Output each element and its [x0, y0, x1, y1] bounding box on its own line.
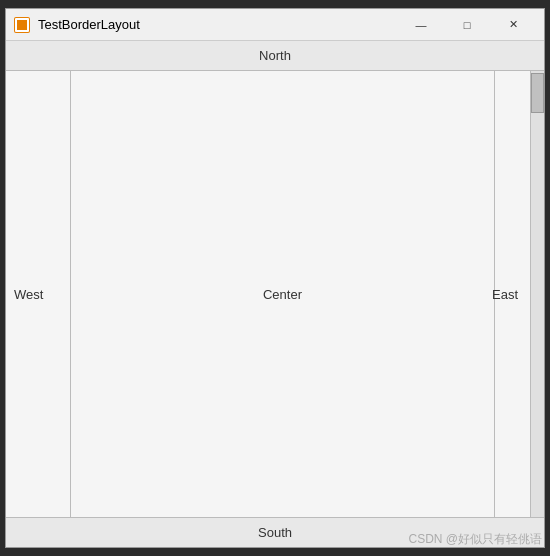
south-label: South — [258, 525, 292, 540]
west-panel: West — [6, 71, 71, 517]
title-buttons: — □ ✕ — [398, 9, 536, 41]
main-window: TestBorderLayout — □ ✕ North West Center… — [5, 8, 545, 548]
close-button[interactable]: ✕ — [490, 9, 536, 41]
east-label: East — [492, 287, 518, 302]
window-title: TestBorderLayout — [38, 17, 398, 32]
middle-row: West Center East — [6, 71, 544, 517]
west-label: West — [14, 287, 43, 302]
north-panel: North — [6, 41, 544, 71]
title-bar: TestBorderLayout — □ ✕ — [6, 9, 544, 41]
maximize-button[interactable]: □ — [444, 9, 490, 41]
center-panel: Center — [71, 71, 494, 517]
watermark: CSDN @好似只有轻佻语 — [408, 531, 542, 548]
scrollbar-thumb[interactable] — [531, 73, 544, 113]
center-label: Center — [263, 287, 302, 302]
east-panel: East — [494, 71, 544, 517]
north-label: North — [259, 48, 291, 63]
content-area: North West Center East South — [6, 41, 544, 547]
minimize-button[interactable]: — — [398, 9, 444, 41]
app-icon — [14, 17, 30, 33]
east-scrollbar[interactable] — [530, 71, 544, 517]
